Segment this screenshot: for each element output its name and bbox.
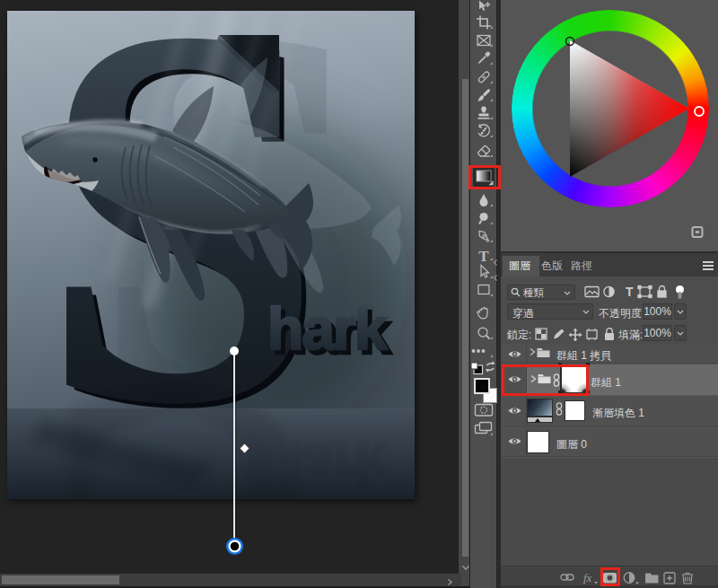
svg-text:T: T xyxy=(626,285,634,299)
svg-text:fx: fx xyxy=(583,571,592,584)
svg-text:T: T xyxy=(478,248,489,265)
